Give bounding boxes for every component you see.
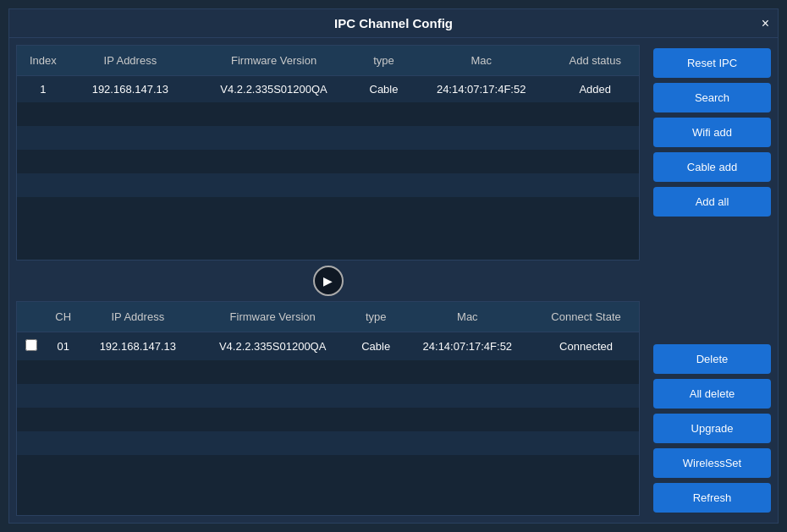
upgrade-button[interactable]: Upgrade: [653, 414, 771, 443]
top-table-header: Index IP Address Firmware Version type M…: [17, 46, 639, 76]
play-button-row: ▶: [9, 261, 647, 301]
col-mac-bottom: Mac: [402, 302, 533, 332]
table-row-empty: [17, 384, 639, 408]
right-buttons-top: Reset IPCSearchWifi addCable addAdd all: [653, 45, 771, 339]
cable-add-button[interactable]: Cable add: [653, 152, 771, 182]
col-ip-address: IP Address: [69, 46, 191, 76]
delete-button[interactable]: Delete: [653, 344, 771, 374]
table-row-empty: [17, 150, 639, 173]
cell-checkbox[interactable]: [17, 332, 46, 360]
col-mac: Mac: [411, 46, 552, 76]
add-all-button[interactable]: Add all: [653, 187, 771, 217]
table-row-empty: [17, 126, 639, 150]
col-ch: CH: [46, 302, 80, 332]
top-table: Index IP Address Firmware Version type M…: [17, 46, 639, 221]
cell-firmware: V4.2.2.335S01200QA: [195, 332, 350, 360]
right-buttons-bottom: DeleteAll deleteUpgradeWirelessSetRefres…: [653, 344, 771, 516]
table-row-empty: [17, 102, 639, 126]
close-button[interactable]: ×: [762, 17, 769, 30]
col-checkbox: [17, 302, 46, 332]
col-firmware: Firmware Version: [191, 46, 356, 76]
col-ip-address-bottom: IP Address: [80, 302, 195, 332]
cell-ch: 01: [46, 332, 80, 360]
cell-mac: 24:14:07:17:4F:52: [411, 76, 552, 103]
cell-status: Added: [551, 76, 639, 103]
col-type: type: [356, 46, 411, 76]
content-area: Index IP Address Firmware Version type M…: [9, 38, 778, 523]
top-table-section: Index IP Address Firmware Version type M…: [16, 45, 640, 261]
cell-ip: 192.168.147.13: [69, 76, 191, 103]
top-table-body: 1 192.168.147.13 V4.2.2.335S01200QA Cabl…: [17, 76, 639, 222]
bottom-table-header: CH IP Address Firmware Version type Mac …: [17, 302, 639, 332]
table-row[interactable]: 1 192.168.147.13 V4.2.2.335S01200QA Cabl…: [17, 76, 639, 103]
reset-ipc-button[interactable]: Reset IPC: [653, 48, 771, 78]
left-panel: Index IP Address Firmware Version type M…: [9, 38, 647, 523]
title-bar: IPC Channel Config ×: [9, 9, 778, 38]
bottom-table: CH IP Address Firmware Version type Mac …: [17, 302, 639, 479]
dialog-title: IPC Channel Config: [334, 16, 453, 30]
cell-type: Cable: [350, 332, 402, 360]
col-index: Index: [17, 46, 69, 76]
table-row-empty: [17, 431, 639, 455]
col-type-bottom: type: [350, 302, 402, 332]
bottom-table-body: 01 192.168.147.13 V4.2.2.335S01200QA Cab…: [17, 332, 639, 479]
cell-connect-state: Connected: [533, 332, 639, 360]
table-row-empty: [17, 455, 639, 479]
play-button[interactable]: ▶: [313, 266, 344, 296]
bottom-table-section: CH IP Address Firmware Version type Mac …: [16, 301, 640, 517]
cell-firmware: V4.2.2.335S01200QA: [191, 76, 356, 103]
table-row-empty: [17, 197, 639, 221]
table-row[interactable]: 01 192.168.147.13 V4.2.2.335S01200QA Cab…: [17, 332, 639, 360]
search-button[interactable]: Search: [653, 83, 771, 112]
col-connect-state: Connect State: [533, 302, 639, 332]
table-row-empty: [17, 360, 639, 384]
col-firmware-bottom: Firmware Version: [195, 302, 350, 332]
all-delete-button[interactable]: All delete: [653, 379, 771, 409]
cell-index: 1: [17, 76, 69, 103]
col-add-status: Add status: [551, 46, 639, 76]
wirelessset-button[interactable]: WirelessSet: [653, 448, 771, 478]
table-row-empty: [17, 408, 639, 431]
table-row-empty: [17, 173, 639, 197]
refresh-button[interactable]: Refresh: [653, 483, 771, 513]
right-panel: Reset IPCSearchWifi addCable addAdd all …: [647, 38, 778, 523]
cell-mac: 24:14:07:17:4F:52: [402, 332, 533, 360]
ipc-channel-config-dialog: IPC Channel Config × Index IP Address Fi…: [8, 8, 779, 524]
wifi-add-button[interactable]: Wifi add: [653, 118, 771, 147]
cell-type: Cable: [356, 76, 411, 103]
cell-ip: 192.168.147.13: [80, 332, 195, 360]
row-checkbox[interactable]: [25, 339, 37, 351]
